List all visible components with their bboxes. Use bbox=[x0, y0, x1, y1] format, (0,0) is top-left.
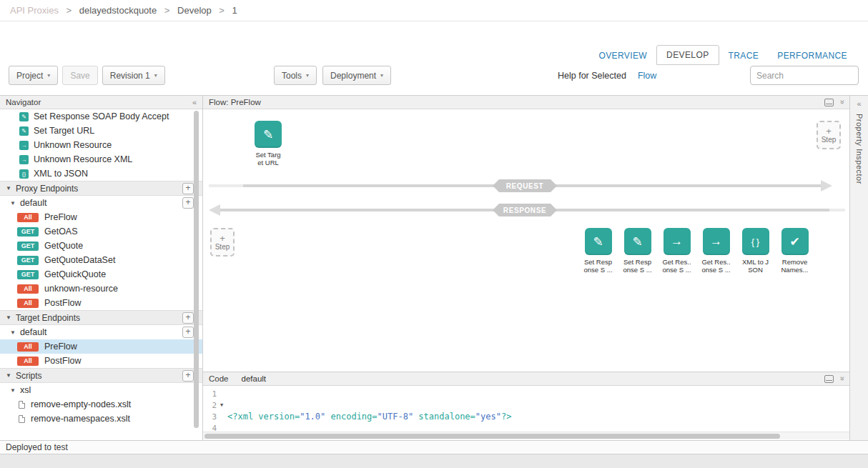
save-button[interactable]: Save bbox=[62, 66, 97, 85]
add-script-button[interactable]: + bbox=[182, 370, 194, 382]
help-flow-link[interactable]: Flow bbox=[638, 71, 656, 81]
add-step-button[interactable]: + Step bbox=[210, 228, 235, 257]
add-target-endpoint-button[interactable]: + bbox=[182, 312, 194, 324]
step-label: XML to J bbox=[742, 258, 769, 266]
flow-item-selected[interactable]: All PreFlow bbox=[0, 339, 202, 354]
property-inspector-title: Property Inspector bbox=[855, 114, 864, 184]
flow-step[interactable]: → Get Res.. onse S ... bbox=[696, 228, 736, 274]
tab-overview[interactable]: OVERVIEW bbox=[589, 46, 656, 65]
section-target-endpoints[interactable]: ▼ Target Endpoints + bbox=[0, 310, 202, 325]
flow-canvas: ✎ Set Targ et URL + Step REQUEST RESPONS… bbox=[203, 109, 849, 372]
policy-item[interactable]: → Unknown Resource bbox=[0, 138, 202, 152]
flow-header: Flow: PreFlow « bbox=[203, 96, 849, 109]
policy-item[interactable]: {} XML to JSON bbox=[0, 166, 202, 181]
add-flow-button[interactable]: + bbox=[182, 327, 194, 338]
tab-trace[interactable]: TRACE bbox=[719, 46, 769, 65]
code-horizontal-scrollbar bbox=[203, 432, 849, 439]
toolbar-middle: Tools ▾ Deployment ▾ bbox=[274, 66, 391, 85]
pencil-icon: ✎ bbox=[19, 126, 29, 136]
revision-menu-button[interactable]: Revision 1 ▾ bbox=[102, 66, 165, 85]
step-label: Remove bbox=[781, 258, 808, 266]
flow-item[interactable]: GET GetQuickQuote bbox=[0, 267, 202, 282]
pencil-icon: ✎ bbox=[255, 121, 282, 148]
flow-item[interactable]: GET GetQuote bbox=[0, 239, 202, 253]
flow-step[interactable]: ✔ Remove Names... bbox=[775, 228, 814, 274]
scrollbar-thumb[interactable] bbox=[204, 434, 780, 439]
script-file-item[interactable]: remove-namespaces.xslt bbox=[0, 412, 202, 426]
verb-badge: All bbox=[17, 342, 39, 352]
flow-item[interactable]: All PostFlow bbox=[0, 296, 202, 310]
response-steps: ✎ Set Resp onse S ... ✎ Set Resp onse S … bbox=[578, 228, 814, 274]
help-for-selected: Help for Selected Flow bbox=[558, 66, 656, 85]
verb-badge: GET bbox=[17, 256, 39, 265]
collapse-panel-icon[interactable]: « bbox=[837, 377, 846, 381]
verb-badge: GET bbox=[17, 227, 39, 237]
verb-badge: All bbox=[17, 357, 39, 366]
flow-item[interactable]: All PreFlow bbox=[0, 210, 202, 224]
flow-step[interactable]: ✎ Set Resp onse S ... bbox=[578, 228, 618, 274]
triangle-down-icon: ▼ bbox=[6, 185, 11, 191]
flow-step[interactable]: ✎ Set Resp onse S ... bbox=[618, 228, 657, 274]
script-group-xsl[interactable]: ▼ xsl bbox=[0, 383, 202, 397]
add-flow-button[interactable]: + bbox=[182, 197, 194, 209]
file-icon bbox=[19, 415, 25, 423]
project-menu-button[interactable]: Project ▾ bbox=[9, 66, 58, 85]
breadcrumb-separator: > bbox=[66, 5, 72, 16]
arrow-icon: → bbox=[19, 155, 29, 164]
apigee-proxy-editor: API Proxies > delayedstockquote > Develo… bbox=[0, 0, 868, 468]
flow-item[interactable]: All unknown-resource bbox=[0, 282, 202, 296]
navigator-panel: Navigator « ✎ Set Response SOAP Body Acc… bbox=[0, 95, 203, 440]
tab-performance[interactable]: PERFORMANCE bbox=[768, 46, 857, 65]
breadcrumb-develop[interactable]: Develop bbox=[177, 5, 212, 16]
flow-label: PreFlow bbox=[44, 212, 77, 222]
line-number-gutter: 1 2▼ 3 4 5▼ bbox=[203, 386, 227, 432]
code-editor[interactable]: 1 2▼ 3 4 5▼ <?xml version="1.0" encoding… bbox=[203, 386, 849, 432]
flow-item[interactable]: All PostFlow bbox=[0, 354, 202, 368]
triangle-down-icon: ▼ bbox=[10, 200, 16, 206]
response-line-tail bbox=[829, 209, 845, 211]
section-proxy-endpoints[interactable]: ▼ Proxy Endpoints + bbox=[0, 181, 202, 196]
proxy-endpoint-group-default[interactable]: ▼ default + bbox=[0, 196, 202, 210]
fold-icon[interactable]: ▼ bbox=[217, 402, 227, 408]
section-scripts[interactable]: ▼ Scripts + bbox=[0, 368, 202, 383]
policy-item[interactable]: ✎ Set Target URL bbox=[0, 124, 202, 138]
breadcrumb-api-proxies[interactable]: API Proxies bbox=[10, 5, 59, 16]
flow-step[interactable]: { } XML to J SON bbox=[736, 228, 775, 274]
code-file-tab[interactable]: default bbox=[242, 374, 267, 383]
section-label: Proxy Endpoints bbox=[16, 184, 178, 194]
property-inspector-strip: « Property Inspector bbox=[849, 95, 868, 440]
caret-down-icon: ▾ bbox=[154, 72, 157, 79]
flow-step[interactable]: → Get Res.. onse S ... bbox=[657, 228, 696, 274]
response-arrow-icon bbox=[209, 204, 220, 216]
split-panel-icon[interactable] bbox=[824, 99, 834, 106]
deployment-menu-button[interactable]: Deployment ▾ bbox=[322, 66, 391, 85]
tools-menu-button[interactable]: Tools ▾ bbox=[274, 66, 317, 85]
plus-icon: + bbox=[826, 127, 832, 136]
add-step-button[interactable]: + Step bbox=[817, 121, 841, 149]
target-endpoint-group-default[interactable]: ▼ default + bbox=[0, 325, 202, 339]
request-line-tail bbox=[209, 184, 243, 187]
expand-panel-icon[interactable]: « bbox=[857, 99, 861, 108]
tab-develop[interactable]: DEVELOP bbox=[656, 45, 719, 65]
split-panel-icon[interactable] bbox=[824, 375, 834, 383]
collapse-panel-icon[interactable]: « bbox=[837, 100, 846, 104]
breadcrumb-revision[interactable]: 1 bbox=[232, 5, 237, 16]
search-input[interactable] bbox=[750, 66, 859, 85]
add-proxy-endpoint-button[interactable]: + bbox=[182, 183, 194, 194]
braces-icon: {} bbox=[19, 169, 29, 179]
step-label: SON bbox=[742, 266, 769, 274]
policy-label: Unknown Resource XML bbox=[34, 154, 132, 164]
page-tabs: OVERVIEW DEVELOP TRACE PERFORMANCE bbox=[589, 45, 857, 65]
script-file-item[interactable]: remove-empty-nodes.xslt bbox=[0, 397, 202, 412]
policy-item[interactable]: ✎ Set Response SOAP Body Accept bbox=[0, 109, 202, 124]
step-label: onse S ... bbox=[701, 266, 730, 274]
arrow-icon: → bbox=[703, 228, 730, 255]
policy-label: Set Response SOAP Body Accept bbox=[34, 111, 169, 121]
flow-item[interactable]: GET GetQuoteDataSet bbox=[0, 253, 202, 267]
policy-item[interactable]: → Unknown Resource XML bbox=[0, 152, 202, 166]
flow-step-set-target-url[interactable]: ✎ Set Targ et URL bbox=[241, 121, 295, 166]
flow-item[interactable]: GET GetOAS bbox=[0, 224, 202, 239]
collapse-panel-icon[interactable]: « bbox=[192, 98, 197, 106]
scrollbar-thumb[interactable] bbox=[194, 111, 199, 428]
breadcrumb-proxy-name[interactable]: delayedstockquote bbox=[79, 5, 157, 16]
